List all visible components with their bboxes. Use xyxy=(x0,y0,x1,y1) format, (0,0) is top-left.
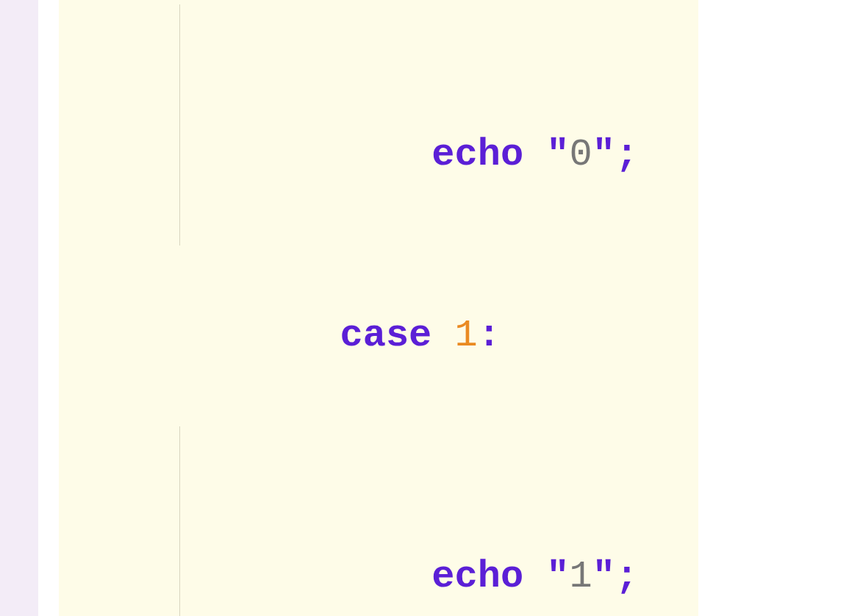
question-content: echo "0"; case 1: echo "1"; case 2: echo… xyxy=(38,0,849,616)
code-line: echo "0"; xyxy=(59,4,698,246)
code-block: echo "0"; case 1: echo "1"; case 2: echo… xyxy=(59,0,698,616)
code-line: case 1: xyxy=(59,246,698,426)
code-line: echo "1"; xyxy=(59,426,698,616)
page-left-margin xyxy=(0,0,38,616)
